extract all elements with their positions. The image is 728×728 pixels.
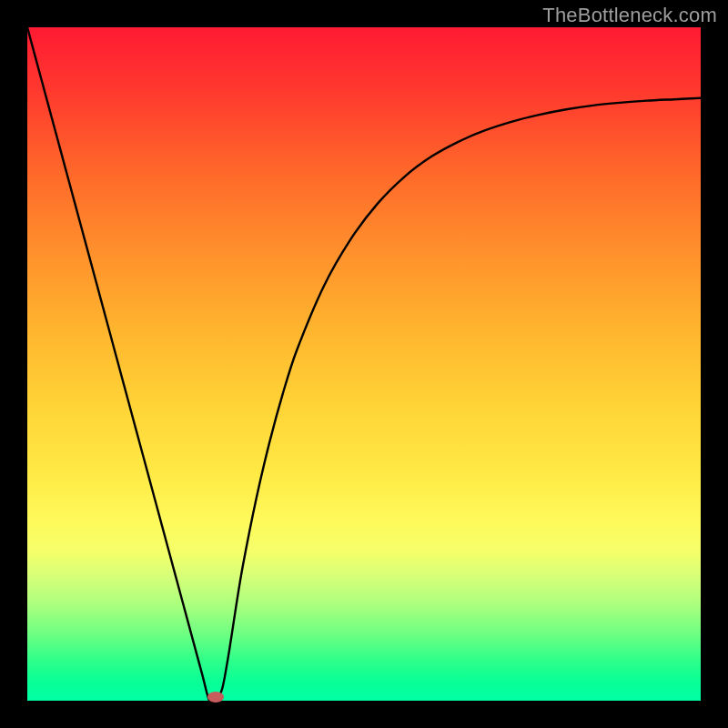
min-marker [207,692,224,703]
plot-area [27,27,701,701]
bottleneck-curve [27,27,701,701]
watermark-text: TheBottleneck.com [542,4,717,27]
chart-frame: TheBottleneck.com [0,0,728,728]
